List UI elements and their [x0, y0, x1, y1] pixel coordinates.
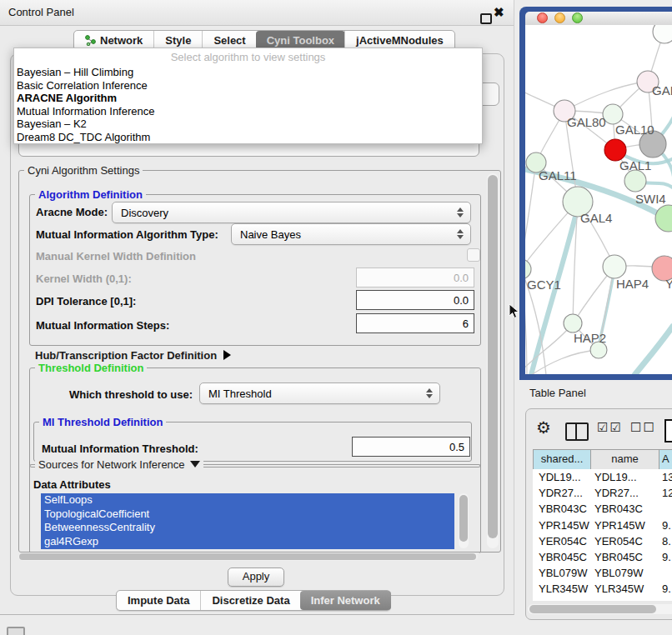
table-row[interactable]: YLR345WYLR345W9. — [533, 581, 672, 597]
desktop: Control Panel ✖ NetworkStyleSelectCyni T… — [0, 0, 672, 635]
dropdown-item-basic-correlation-inference[interactable]: Basic Correlation Inference — [14, 79, 482, 92]
table-cell: YBL079W — [533, 565, 591, 581]
table-row[interactable]: YDL19...YDL19...13 — [533, 469, 672, 485]
manual-kernel-checkbox[interactable] — [467, 248, 480, 262]
table-cell: YER054C — [533, 533, 591, 549]
node-label-hap4: HAP4 — [616, 277, 649, 291]
hub-definition-expander[interactable]: Hub/Transcription Factor Definition — [35, 349, 231, 362]
control-panel-titlebar: Control Panel ✖ — [0, 0, 514, 26]
network-node[interactable] — [564, 314, 582, 332]
network-window-titlebar[interactable] — [525, 12, 672, 26]
dropdown-item-aracne-algorithm[interactable]: ARACNE Algorithm — [14, 92, 482, 105]
panel-title: Control Panel — [8, 0, 74, 25]
bottom-tab-discretize-data[interactable]: Discretize Data — [200, 591, 300, 610]
dropdown-item-mutual-information-inference[interactable]: Mutual Information Inference — [14, 105, 482, 118]
table-cell: YBR045C — [591, 549, 659, 565]
table-row[interactable]: YIL052CYIL052C8. — [533, 598, 672, 602]
network-edge[interactable] — [632, 325, 672, 374]
deselect-all-checkboxes-icon[interactable]: ☐☐ — [630, 420, 656, 435]
table-cell: YDR27... — [533, 485, 591, 501]
table-cell: 12 — [659, 485, 672, 501]
cyni-bottom-tabs: Impute DataDiscretize DataInfer Network — [116, 590, 391, 611]
dropdown-item-list: Bayesian – Hill ClimbingBasic Correlatio… — [14, 66, 482, 143]
mi-type-value: Naive Bayes — [232, 228, 454, 241]
which-threshold-value: MI Threshold — [200, 388, 423, 400]
gear-icon[interactable]: ⚙ — [536, 418, 551, 438]
table-row[interactable]: YER054CYER054C8. — [533, 533, 672, 549]
network-node[interactable] — [525, 259, 531, 279]
aracne-mode-value: Discovery — [113, 207, 454, 219]
algorithm-definition-title: Algorithm Definition — [35, 188, 146, 201]
network-node[interactable] — [624, 170, 646, 192]
network-canvas[interactable]: GALGAL80GAL10GAL1GAL11SWI4GAL4GCY1HAP4YH… — [525, 25, 672, 374]
table-row[interactable]: YBR045CYBR045C9. — [533, 549, 672, 565]
network-edge[interactable] — [525, 162, 536, 275]
table-row[interactable]: YDR27...YDR27...12 — [533, 485, 672, 501]
attribute-list-scrollbar[interactable] — [459, 493, 469, 548]
mi-type-combo[interactable]: Naive Bayes — [231, 223, 471, 245]
column-header-name[interactable]: name — [591, 450, 659, 470]
bottom-tab-infer-network[interactable]: Infer Network — [300, 591, 391, 610]
close-icon[interactable]: ✖ — [494, 5, 504, 20]
bottom-tab-label: Impute Data — [128, 594, 189, 607]
dpi-tolerance-label: DPI Tolerance [0,1]: — [36, 295, 136, 308]
network-node[interactable] — [655, 205, 672, 232]
apply-button[interactable]: Apply — [228, 568, 284, 587]
mi-threshold-group: MI Threshold Definition Mutual Informati… — [33, 422, 472, 462]
document-icon[interactable] — [664, 419, 672, 442]
bottom-tab-impute-data[interactable]: Impute Data — [117, 591, 200, 610]
settings-scrollbar[interactable] — [487, 173, 499, 548]
table-cell: YBR043C — [591, 501, 659, 517]
dpi-tolerance-field[interactable]: 0.0 — [356, 290, 474, 310]
threshold-definition-title: Threshold Definition — [35, 362, 147, 374]
float-window-icon[interactable] — [480, 13, 492, 24]
manual-kernel-label: Manual Kernel Width Definition — [36, 250, 196, 262]
zoom-traffic-light-icon[interactable] — [572, 12, 583, 23]
node-label-hap2: HAP2 — [574, 331, 606, 345]
hub-definition-label: Hub/Transcription Factor Definition — [35, 349, 217, 362]
node-label-gal: GAL — [652, 83, 672, 98]
network-icon — [85, 35, 96, 46]
table-cell — [659, 565, 672, 581]
attribute-item-gal4rgexp[interactable]: gal4RGexp — [41, 535, 454, 549]
table-cell: 13 — [659, 469, 672, 485]
node-label-gal10: GAL10 — [615, 122, 654, 137]
table-cell: YPR145W — [591, 518, 659, 533]
mi-type-label: Mutual Information Algorithm Type: — [36, 228, 218, 241]
stepper-icon — [454, 208, 467, 218]
minimize-traffic-light-icon[interactable] — [554, 12, 565, 23]
close-traffic-light-icon[interactable] — [537, 12, 548, 23]
which-threshold-label: Which threshold to use: — [69, 388, 193, 401]
mi-threshold-field[interactable]: 0.5 — [352, 437, 470, 457]
network-node[interactable] — [653, 25, 672, 43]
attribute-item-topologicalcoefficient[interactable]: TopologicalCoefficient — [41, 508, 454, 522]
dropdown-item-bayesian-k2[interactable]: Bayesian – K2 — [14, 118, 482, 131]
column-layout-icon[interactable] — [565, 422, 589, 441]
column-header-a[interactable]: A — [659, 450, 672, 470]
table-cell: YDL19... — [591, 469, 659, 485]
attribute-item-betweennesscentrality[interactable]: BetweennessCentrality — [41, 521, 454, 535]
aracne-mode-combo[interactable]: Discovery — [112, 202, 471, 223]
mi-steps-field[interactable]: 6 — [356, 313, 474, 333]
column-header-shared[interactable]: shared... — [533, 450, 591, 470]
table-horizontal-scrollbar[interactable] — [528, 604, 672, 614]
dropdown-item-bayesian-hill-climbing[interactable]: Bayesian – Hill Climbing — [14, 66, 482, 79]
table-cell: YLR345W — [591, 581, 659, 597]
network-view-window: GALGAL80GAL10GAL1GAL11SWI4GAL4GCY1HAP4YH… — [519, 7, 672, 380]
table-row[interactable]: YBL079WYBL079W — [533, 565, 672, 581]
which-threshold-combo[interactable]: MI Threshold — [199, 382, 440, 404]
table-header-row: shared...nameA — [533, 449, 672, 471]
dropdown-item-dream8-dc-tdc-algorithm[interactable]: Dream8 DC_TDC Algorithm — [14, 131, 482, 144]
table-row[interactable]: YBR043CYBR043C — [533, 501, 672, 517]
sources-group-title[interactable]: Sources for Network Inference — [35, 458, 203, 471]
table-row[interactable]: YPR145WYPR145W9. — [533, 518, 672, 533]
network-node[interactable] — [603, 255, 626, 278]
table-cell: YER054C — [591, 533, 659, 549]
data-attributes-list: SelfLoopsTopologicalCoefficientBetweenne… — [41, 493, 454, 549]
settings-horizontal-scrollbar[interactable] — [18, 552, 478, 561]
kernel-width-field[interactable]: 0.0 — [356, 268, 474, 288]
attribute-item-selfloops[interactable]: SelfLoops — [41, 493, 454, 508]
minimized-panel-icon[interactable] — [7, 627, 25, 635]
tab-label: Network — [100, 34, 143, 47]
select-all-checkboxes-icon[interactable]: ☑☑ — [597, 420, 623, 435]
